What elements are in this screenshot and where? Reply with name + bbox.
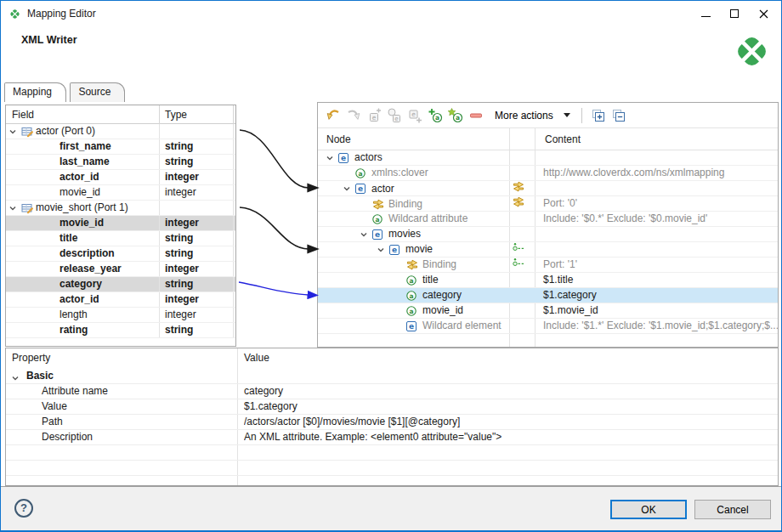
tree-row-binding[interactable]: BindingPort: '1' — [318, 258, 778, 273]
svg-text:a: a — [358, 169, 362, 177]
svg-text:a: a — [435, 114, 439, 122]
field-label: last_name — [60, 155, 110, 169]
tb-expand-icon — [591, 108, 606, 123]
tree-row-title[interactable]: atitle$1.title — [318, 273, 778, 288]
remove-button[interactable] — [466, 105, 486, 126]
field-gutter-cell — [233, 124, 236, 139]
field-name-cell: release_year — [6, 262, 159, 276]
add-child-element-button[interactable]: e — [364, 105, 384, 126]
add-sibling-element-button[interactable]: e — [384, 105, 405, 126]
field-name-cell: actor_id — [6, 292, 159, 307]
more-actions-button[interactable]: More actions — [486, 106, 577, 125]
port-icon — [513, 258, 524, 272]
field-row[interactable]: release_yearinteger — [6, 262, 235, 277]
expand-chevron-icon[interactable] — [377, 246, 389, 254]
field-row[interactable]: last_namestring — [6, 155, 235, 170]
cancel-button[interactable]: Cancel — [694, 500, 771, 519]
expand-chevron-icon[interactable] — [326, 154, 338, 162]
tree-row-binding[interactable]: BindingPort: '0' — [318, 196, 778, 212]
binding-icon — [406, 259, 419, 270]
tree-row-movies[interactable]: emovies — [318, 227, 778, 242]
field-label: actor_id — [60, 170, 99, 184]
property-value: /actors/actor [$0]/movies/movie [$1][@ca… — [244, 415, 774, 429]
tree-row-wildcard-attribute[interactable]: aWildcard attributeInclude: '$0.*' Exclu… — [318, 212, 778, 227]
tree-row-movie-id[interactable]: amovie_id$1.movie_id — [318, 303, 778, 319]
expand-chevron-icon[interactable] — [360, 230, 372, 239]
expand-chevron-icon[interactable] — [343, 184, 355, 193]
field-gutter-cell — [233, 155, 236, 169]
tree-row-actor[interactable]: eactor — [318, 181, 778, 196]
property-row-attribute-name[interactable]: Attribute namecategory — [6, 384, 778, 399]
field-gutter-cell — [233, 262, 236, 276]
tree-row-category[interactable]: acategory$1.category — [318, 288, 778, 303]
field-name-cell: length — [6, 308, 159, 322]
tab-mapping[interactable]: Mapping — [4, 82, 66, 102]
property-row-value[interactable]: Value$1.category — [6, 399, 778, 415]
tree-row-xmlns-clover[interactable]: axmlns:cloverhttp://www.cloverdx.com/ns/… — [318, 166, 778, 181]
help-button[interactable]: ? — [14, 499, 33, 518]
field-gutter-cell — [233, 323, 236, 337]
tree-binding-cell — [509, 288, 535, 303]
svg-text:e: e — [411, 110, 416, 118]
tree-row-wildcard-element[interactable]: eWildcard elementInclude: '$1.*' Exclude… — [318, 319, 778, 334]
field-row[interactable]: categorystring — [6, 277, 235, 292]
field-group-row[interactable]: actor (Port 0) — [6, 124, 235, 139]
fields-column-type: Type — [159, 105, 233, 124]
field-gutter-cell — [233, 216, 236, 230]
field-row[interactable]: titlestring — [6, 231, 235, 246]
property-empty-row — [6, 476, 778, 486]
expand-chevron-icon[interactable] — [8, 127, 21, 136]
property-row-description[interactable]: DescriptionAn XML attribute. Example: <e… — [6, 430, 778, 445]
tree-content-cell — [535, 150, 778, 165]
field-gutter-cell — [233, 231, 236, 246]
tree-binding-cell — [509, 258, 535, 272]
field-row[interactable]: actor_idinteger — [6, 170, 235, 185]
field-name-cell: actor_id — [6, 170, 159, 184]
tree-content-cell: $1.category — [535, 288, 778, 303]
add-attribute-button[interactable]: a — [425, 105, 445, 126]
field-name-cell: title — [6, 231, 159, 246]
dropdown-caret-icon — [564, 113, 570, 117]
field-row[interactable]: movie_idinteger — [6, 185, 235, 201]
field-label: rating — [60, 323, 88, 337]
add-wildcard-attribute-button[interactable]: a — [445, 105, 466, 126]
field-row[interactable]: descriptionstring — [6, 246, 235, 262]
add-element-button[interactable]: e — [405, 105, 425, 126]
field-row[interactable]: lengthinteger — [6, 308, 235, 323]
map-forward-button[interactable] — [343, 105, 364, 126]
dialog-title: XML Writer — [21, 34, 77, 46]
attribute-icon: a — [406, 306, 419, 316]
expand-chevron-icon[interactable] — [8, 204, 21, 212]
field-type-cell: string — [159, 323, 233, 337]
tree-node-cell: eactor — [318, 181, 509, 196]
svg-text:e: e — [372, 113, 377, 121]
field-group-row[interactable]: movie_short (Port 1) — [6, 201, 235, 216]
field-label: movie_id — [60, 185, 100, 200]
collapse-all-button[interactable] — [609, 105, 629, 126]
field-type-cell: string — [159, 155, 233, 169]
close-button[interactable] — [749, 3, 778, 25]
tree-row-actors[interactable]: eactors — [318, 150, 778, 166]
tree-row-movie[interactable]: emovie — [318, 242, 778, 258]
field-row[interactable]: actor_idinteger — [6, 292, 235, 308]
tab-source[interactable]: Source — [70, 82, 125, 102]
svg-text:a: a — [375, 215, 379, 223]
property-group-row[interactable]: Basic — [6, 368, 778, 384]
expand-all-button[interactable] — [588, 105, 609, 126]
property-group-label: Basic — [26, 368, 54, 383]
ok-button[interactable]: OK — [610, 500, 687, 519]
property-row-path[interactable]: Path/actors/actor [$0]/movies/movie [$1]… — [6, 415, 778, 430]
field-row[interactable]: ratingstring — [6, 323, 235, 338]
tree-node-cell: eactors — [318, 150, 509, 165]
tree-node-cell: amovie_id — [318, 303, 509, 318]
cloverdx-logo-icon — [731, 31, 773, 72]
minimize-button[interactable] — [691, 3, 720, 25]
field-name-cell: category — [6, 277, 159, 291]
maximize-button[interactable] — [720, 3, 749, 25]
svg-text:e: e — [394, 115, 398, 122]
field-row[interactable]: movie_idinteger — [6, 216, 235, 231]
minimize-icon — [701, 16, 711, 17]
field-row[interactable]: first_namestring — [6, 139, 235, 155]
tree-binding-cell — [509, 319, 535, 333]
map-by-name-button[interactable] — [323, 105, 343, 126]
